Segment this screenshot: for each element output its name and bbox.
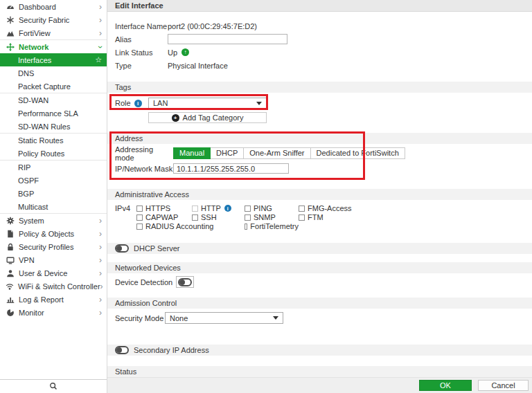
- checkbox-box[interactable]: [245, 223, 247, 230]
- checkbox-box[interactable]: [192, 214, 198, 221]
- mode-dedicated-fortiswitch-button[interactable]: Dedicated to FortiSwitch: [311, 147, 405, 159]
- security-mode-dropdown[interactable]: None: [165, 312, 283, 324]
- sidebar-item-security-profiles[interactable]: Security Profiles ›: [0, 240, 107, 253]
- checkbox-capwap[interactable]: CAPWAP: [136, 213, 192, 221]
- sidebar-item-dns[interactable]: DNS: [0, 66, 107, 80]
- search-icon: [49, 382, 57, 392]
- checkbox-radius-accounting[interactable]: RADIUS Accounting: [136, 222, 245, 230]
- admission-control-section: Admission Control Security Mode None: [107, 298, 532, 324]
- sidebar-item-sd-wan[interactable]: SD-WAN: [0, 93, 107, 107]
- sidebar-item-wifi-switch-controller[interactable]: WiFi & Switch Controller ›: [0, 280, 107, 293]
- sidebar-item-monitor[interactable]: Monitor ›: [0, 306, 107, 319]
- dhcp-server-label: DHCP Server: [134, 243, 179, 254]
- main-panel: Edit Interface Interface Name port2 (00:…: [107, 0, 532, 393]
- checkbox-box[interactable]: [136, 214, 143, 221]
- sidebar-item-label: Security Fabric: [19, 16, 69, 24]
- gear-icon: [6, 217, 15, 225]
- checkbox-box[interactable]: [299, 214, 305, 221]
- sidebar-item-dashboard[interactable]: Dashboard ›: [0, 0, 107, 13]
- checkbox-https[interactable]: HTTPS: [136, 204, 192, 212]
- checkbox-snmp[interactable]: SNMP: [245, 213, 299, 221]
- addressing-mode-row: Addressing mode Manual DHCP One-Arm Snif…: [115, 147, 524, 159]
- footer-bar: OK Cancel: [107, 377, 532, 393]
- sidebar-item-security-fabric[interactable]: Security Fabric ›: [0, 13, 107, 26]
- add-tag-category-label: Add Tag Category: [183, 113, 244, 122]
- sidebar: Dashboard › Security Fabric › FortiView …: [0, 0, 107, 393]
- sidebar-search-button[interactable]: [0, 379, 107, 393]
- chevron-right-icon: ›: [99, 3, 102, 10]
- checkbox-box[interactable]: [299, 205, 305, 212]
- sidebar-item-label: Multicast: [18, 203, 48, 211]
- status-section-bar: Status: [107, 366, 532, 377]
- device-detection-label: Device Detection: [115, 278, 172, 286]
- sidebar-item-policy-objects[interactable]: Policy & Objects ›: [0, 227, 107, 240]
- dhcp-server-toggle[interactable]: [115, 244, 129, 253]
- sidebar-item-performance-sla[interactable]: Performance SLA: [0, 107, 107, 120]
- checkbox-box[interactable]: [245, 205, 251, 212]
- checkbox-box[interactable]: [245, 214, 251, 221]
- ip-network-mask-field[interactable]: [173, 163, 289, 174]
- addressing-mode-segmented-control: Manual DHCP One-Arm Sniffer Dedicated to…: [173, 147, 405, 159]
- chevron-right-icon: ›: [99, 17, 102, 24]
- checkbox-label: RADIUS Accounting: [145, 222, 213, 230]
- sidebar-item-user-device[interactable]: User & Device ›: [0, 266, 107, 280]
- checkbox-box[interactable]: [136, 205, 143, 212]
- mode-dhcp-button[interactable]: DHCP: [211, 147, 244, 159]
- alias-field[interactable]: [168, 34, 287, 44]
- checkbox-label: CAPWAP: [145, 213, 178, 221]
- sidebar-item-vpn[interactable]: VPN ›: [0, 253, 107, 266]
- sidebar-item-fortiview[interactable]: FortiView ›: [0, 26, 107, 39]
- checkbox-ssh[interactable]: SSH: [192, 213, 245, 221]
- sidebar-item-label: SD-WAN: [18, 96, 48, 104]
- checkbox-label: FortiTelemetry: [250, 222, 299, 230]
- checkbox-fmg-access[interactable]: FMG-Access: [299, 204, 352, 212]
- ipv4-label: IPv4: [115, 204, 136, 230]
- sidebar-item-packet-capture[interactable]: Packet Capture: [0, 80, 107, 93]
- checkbox-ping[interactable]: PING: [245, 204, 299, 212]
- star-icon[interactable]: ☆: [95, 55, 102, 64]
- sidebar-item-ospf[interactable]: OSPF: [0, 174, 107, 187]
- checkbox-http[interactable]: HTTPi: [192, 204, 245, 212]
- sidebar-item-multicast[interactable]: Multicast: [0, 200, 107, 213]
- chevron-right-icon: ›: [99, 217, 102, 224]
- interface-name-label: Interface Name: [115, 22, 168, 30]
- checkbox-box[interactable]: [192, 205, 198, 212]
- sidebar-item-sd-wan-rules[interactable]: SD-WAN Rules: [0, 120, 107, 133]
- role-dropdown[interactable]: LAN: [148, 98, 267, 109]
- sidebar-item-label: FortiView: [19, 29, 51, 37]
- type-label: Type: [115, 62, 168, 70]
- cancel-button[interactable]: Cancel: [478, 380, 529, 391]
- info-icon[interactable]: i: [224, 205, 231, 212]
- checkbox-ftm[interactable]: FTM: [299, 213, 352, 221]
- device-detection-row: Device Detection: [107, 273, 532, 287]
- sidebar-item-label: User & Device: [19, 269, 67, 277]
- add-tag-category-button[interactable]: + Add Tag Category: [148, 112, 267, 123]
- sidebar-item-label: Static Routes: [18, 136, 63, 145]
- chevron-down-icon: [256, 102, 262, 105]
- sidebar-item-interfaces[interactable]: Interfaces ☆: [0, 53, 107, 66]
- tags-section: Tags Role i LAN + Add Tag Category: [107, 82, 532, 123]
- checkbox-label: SNMP: [254, 213, 276, 221]
- sidebar-item-static-routes[interactable]: Static Routes: [0, 134, 107, 147]
- sidebar-item-label: Packet Capture: [18, 82, 71, 91]
- sidebar-item-label: Policy & Objects: [19, 230, 74, 238]
- sidebar-item-system[interactable]: System ›: [0, 214, 107, 227]
- link-status-label: Link Status: [115, 48, 168, 57]
- checkbox-box[interactable]: [136, 223, 143, 230]
- mode-manual-button[interactable]: Manual: [173, 147, 211, 159]
- ip-network-mask-row: IP/Network Mask: [115, 163, 524, 174]
- dhcp-server-section-bar: DHCP Server: [107, 243, 532, 254]
- secondary-ip-toggle[interactable]: [115, 346, 129, 354]
- sidebar-item-network[interactable]: Network ›: [0, 40, 107, 53]
- sidebar-item-log-report[interactable]: Log & Report ›: [0, 293, 107, 306]
- sidebar-item-bgp[interactable]: BGP: [0, 187, 107, 200]
- info-icon[interactable]: i: [134, 100, 142, 107]
- sidebar-item-rip[interactable]: RIP: [0, 161, 107, 174]
- sidebar-item-policy-routes[interactable]: Policy Routes: [0, 147, 107, 160]
- ok-button[interactable]: OK: [419, 380, 472, 391]
- device-detection-toggle[interactable]: [178, 278, 192, 286]
- checkbox-fortitelemetry[interactable]: FortiTelemetry: [245, 222, 299, 230]
- sidebar-item-label: Network: [19, 43, 48, 51]
- link-up-icon: ↑: [181, 48, 189, 56]
- mode-one-arm-sniffer-button[interactable]: One-Arm Sniffer: [244, 147, 310, 159]
